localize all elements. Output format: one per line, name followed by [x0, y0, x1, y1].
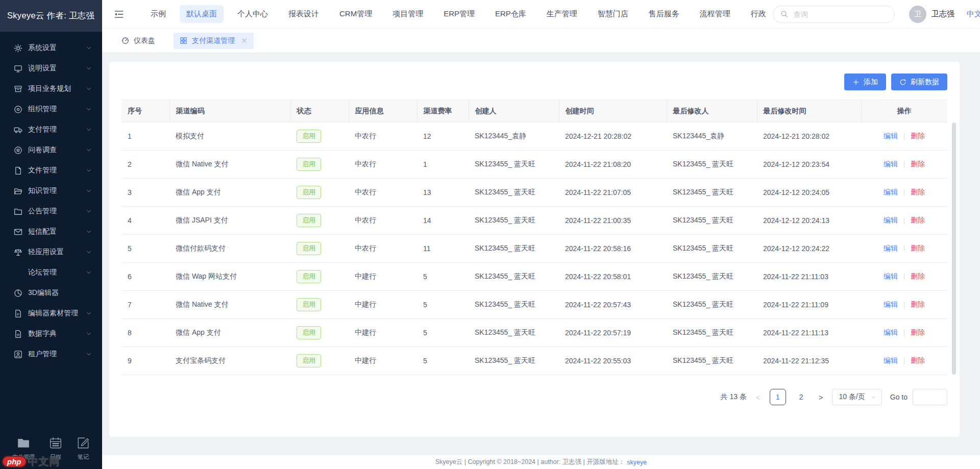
- sidebar-item[interactable]: 短信配置: [0, 221, 102, 242]
- sidebar-item[interactable]: 论坛管理: [0, 262, 102, 283]
- cell-actions: 编辑删除: [861, 151, 947, 179]
- svg-text:R: R: [17, 332, 20, 337]
- sidebar-item-label: 知识管理: [28, 186, 86, 195]
- nav-item[interactable]: 智慧门店: [591, 5, 635, 23]
- status-badge: 启用: [297, 326, 321, 339]
- sidebar-item[interactable]: 文件管理: [0, 160, 102, 181]
- page-size-select[interactable]: 10 条/页: [832, 389, 881, 405]
- nav-item[interactable]: 生产管理: [540, 5, 584, 23]
- tab[interactable]: 仪表盘: [115, 33, 161, 49]
- chevron-down-icon: [86, 106, 92, 112]
- sidebar-item[interactable]: 支付管理: [0, 119, 102, 140]
- nav-item[interactable]: 流程管理: [693, 5, 737, 23]
- sidebar-item[interactable]: 知识管理: [0, 181, 102, 201]
- table-row: 1 模拟支付 启用 中农行 12 SK123445_袁静 2024-12-21 …: [121, 122, 947, 151]
- tab[interactable]: 支付渠道管理: [174, 33, 254, 49]
- edit-link[interactable]: 编辑: [884, 300, 898, 308]
- cell-app-info: 中建行: [349, 291, 417, 319]
- edit-link[interactable]: 编辑: [884, 272, 898, 280]
- status-badge: 启用: [297, 354, 321, 367]
- delete-link[interactable]: 删除: [911, 160, 925, 168]
- edit-link[interactable]: 编辑: [884, 160, 898, 168]
- sidebar-item[interactable]: 组织管理: [0, 99, 102, 119]
- cell-app-info: 中农行: [349, 235, 417, 263]
- status-badge: 启用: [297, 242, 321, 255]
- add-button[interactable]: 添加: [844, 73, 886, 90]
- page-button[interactable]: 1: [770, 389, 786, 405]
- nav-item[interactable]: ERP管理: [437, 5, 481, 23]
- nav-item[interactable]: 行政: [744, 5, 773, 23]
- cell-modified-time: 2024-12-12 20:23:54: [757, 151, 861, 179]
- nav-item[interactable]: 售后服务: [642, 5, 686, 23]
- edit-link[interactable]: 编辑: [884, 244, 898, 252]
- edit-link[interactable]: 编辑: [884, 356, 898, 364]
- nav-item[interactable]: 示例: [144, 5, 173, 23]
- sidebar-item[interactable]: 轻应用设置: [0, 242, 102, 262]
- cell-created-time: 2024-11-22 20:57:43: [559, 291, 667, 319]
- page-button[interactable]: 2: [793, 389, 810, 405]
- page-buttons: 12: [770, 389, 810, 405]
- sidebar-item[interactable]: P 编辑器素材管理: [0, 303, 102, 324]
- sidebar-item[interactable]: 租户管理: [0, 344, 102, 364]
- dashboard-icon: [121, 37, 129, 44]
- delete-link[interactable]: 删除: [911, 356, 925, 364]
- action-divider: [904, 189, 904, 196]
- edit-link[interactable]: 编辑: [884, 328, 898, 336]
- scrollbar-thumb[interactable]: [952, 122, 956, 375]
- column-header: 操作: [861, 100, 947, 122]
- sidebar-item-label: 组织管理: [28, 105, 86, 114]
- nav-item[interactable]: CRM管理: [333, 5, 379, 23]
- cell-creator: SK123455_ 蓝天旺: [469, 263, 559, 291]
- dock-item[interactable]: 笔记: [77, 436, 90, 461]
- cell-status: 启用: [290, 347, 349, 375]
- delete-link[interactable]: 删除: [911, 300, 925, 308]
- sidebar-item[interactable]: 系统设置: [0, 38, 102, 58]
- action-divider: [904, 217, 904, 224]
- nav-item[interactable]: 默认桌面: [180, 5, 224, 23]
- prev-page-button[interactable]: <: [755, 393, 762, 402]
- cell-rate: 11: [417, 235, 469, 263]
- refresh-button[interactable]: 刷新数据: [891, 73, 947, 90]
- edit-link[interactable]: 编辑: [884, 188, 898, 196]
- archive-icon: [14, 85, 22, 93]
- sidebar-collapse-icon[interactable]: [113, 9, 125, 20]
- goto-page-input[interactable]: [913, 389, 947, 405]
- cell-actions: 编辑删除: [861, 291, 947, 319]
- data-table: 序号 渠道编码 状态 应用信息 渠道费率 创建人 创建时间 最后修改人 最后修改…: [121, 100, 947, 375]
- nav-item[interactable]: 个人中心: [231, 5, 275, 23]
- search-input[interactable]: [793, 10, 887, 19]
- sidebar-item[interactable]: 公告管理: [0, 201, 102, 221]
- edit-link[interactable]: 编辑: [884, 216, 898, 224]
- calendar-icon: [49, 436, 62, 450]
- cell-channel-code: 微信付款码支付: [169, 235, 290, 263]
- close-icon[interactable]: [241, 37, 248, 44]
- footer-link[interactable]: skyeye: [627, 459, 647, 466]
- delete-link[interactable]: 删除: [911, 272, 925, 280]
- cell-index: 9: [121, 347, 169, 375]
- cell-actions: 编辑删除: [861, 235, 947, 263]
- next-page-button[interactable]: >: [818, 393, 824, 402]
- refresh-button-label: 刷新数据: [911, 78, 939, 87]
- sidebar-item[interactable]: R 数据字典: [0, 324, 102, 344]
- grid-icon: [180, 37, 187, 44]
- delete-link[interactable]: 删除: [911, 188, 925, 196]
- delete-link[interactable]: 删除: [911, 328, 925, 336]
- sidebar-item[interactable]: 项目业务规划: [0, 79, 102, 99]
- search-icon: [780, 10, 788, 18]
- nav-item[interactable]: 项目管理: [386, 5, 430, 23]
- sidebar-item[interactable]: 问卷调查: [0, 140, 102, 160]
- nav-item[interactable]: ERP仓库: [488, 5, 533, 23]
- avatar[interactable]: 卫: [909, 6, 926, 23]
- payment-channel-card: 添加 刷新数据: [109, 62, 960, 437]
- delete-link[interactable]: 删除: [911, 216, 925, 224]
- nav-item[interactable]: 报表设计: [282, 5, 326, 23]
- delete-link[interactable]: 删除: [911, 244, 925, 252]
- delete-link[interactable]: 删除: [911, 132, 925, 140]
- edit-link[interactable]: 编辑: [884, 132, 898, 140]
- sidebar-item[interactable]: 3D编辑器: [0, 283, 102, 303]
- folder-solid-icon: [17, 436, 30, 450]
- language-switcher[interactable]: 中文: [967, 9, 980, 19]
- cell-rate: 12: [417, 122, 469, 151]
- sidebar-item[interactable]: 说明设置: [0, 58, 102, 79]
- column-header: 最后修改人: [667, 100, 757, 122]
